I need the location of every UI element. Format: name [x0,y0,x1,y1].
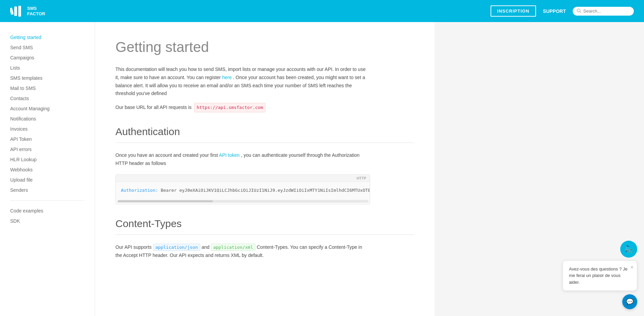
code-application-json: application/json [153,244,200,251]
auth-code-block: HTTP Authorization: Bearer eyJ0eXAiOiJKV… [115,174,370,205]
sidebar-item-contacts[interactable]: Contacts [10,96,29,101]
sidebar-item-lists[interactable]: Lists [10,65,20,71]
content-types-text: Our API supports application/json and ap… [115,243,370,260]
inscription-button[interactable]: INSCRIPTION [491,5,536,17]
logo[interactable]: SMS FACTOR [10,5,45,17]
chat-avatar-icon: 🧞 [625,245,633,253]
sidebar-item-code-examples[interactable]: Code examples [10,208,43,213]
svg-line-4 [580,12,581,13]
authentication-title: Authentication [115,126,414,137]
sidebar-nav: Getting startedSend SMSCampaignsListsSMS… [0,32,95,195]
code-value: Bearer eyJ0eXAiOiJKV1QiLCJhbGciOiJIUzI1N… [161,188,370,193]
auth-text-before: Once you have an account and created you… [115,152,218,158]
sidebar-item-account-managing[interactable]: Account Managing [10,106,50,111]
sidebar-item-hlr-lookup[interactable]: HLR Lookup [10,157,37,162]
search-input[interactable] [583,8,630,14]
sidebar-item-api-token[interactable]: API Token [10,136,32,142]
site-header: SMS FACTOR INSCRIPTION SUPPORT [0,0,644,22]
svg-rect-0 [10,7,14,15]
authentication-text: Once you have an account and created you… [115,151,370,168]
sidebar-item-send-sms[interactable]: Send SMS [10,45,33,50]
search-box [573,7,634,16]
chat-cta: 💬 [563,294,637,309]
svg-point-3 [577,9,580,12]
search-icon [577,8,581,14]
code-scrollbar[interactable] [117,200,368,203]
intro-here-link[interactable]: here [222,75,232,80]
sidebar-item-campaigns[interactable]: Campaigns [10,55,34,60]
sidebar-item-senders[interactable]: Senders [10,187,28,193]
sidebar-nav-section2: Code examplesSDK [0,206,95,226]
chat-open-button[interactable]: 💬 [622,294,637,309]
main-content: Getting started This documentation will … [95,22,435,316]
sidebar-divider [10,200,85,201]
intro-paragraph: This documentation will teach you how to… [115,66,370,98]
svg-rect-1 [14,6,17,16]
content-types-title: Content-Types [115,218,414,229]
sidebar: Getting startedSend SMSCampaignsListsSMS… [0,22,95,316]
sidebar-item-sms-templates[interactable]: SMS templates [10,75,42,81]
code-application-xml: application/xml [211,244,255,251]
chat-widget: 🧞 × Avez-vous des questions ? Je me fera… [563,241,637,310]
page-title: Getting started [115,39,414,55]
content-types-divider [115,235,414,235]
ct-text2: and [202,244,209,250]
sidebar-item-sdk[interactable]: SDK [10,218,20,224]
code-block-header: HTTP [116,175,370,182]
chat-avatar-container: 🧞 [563,241,637,258]
code-scrollbar-thumb [118,200,213,202]
sidebar-item-invoices[interactable]: Invoices [10,126,27,132]
base-url-prefix-text: Our base URL for all API requests is [115,104,191,112]
chat-bubble: × Avez-vous des questions ? Je me ferai … [563,260,637,291]
sidebar-item-notifications[interactable]: Notifications [10,116,36,122]
ct-text1: Our API supports [115,244,152,250]
code-key: Authorization: [121,188,158,193]
code-lang-label: HTTP [356,176,366,180]
svg-rect-2 [18,6,21,17]
sidebar-item-webhooks[interactable]: Webhooks [10,167,33,172]
page-wrapper: Getting startedSend SMSCampaignsListsSMS… [0,22,644,316]
chat-close-button[interactable]: × [630,263,633,272]
api-token-link[interactable]: API token [219,152,240,158]
sidebar-item-api-errors[interactable]: API errors [10,147,32,152]
sidebar-item-mail-to-sms[interactable]: Mail to SMS [10,86,36,91]
base-url-line: Our base URL for all API requests is htt… [115,103,414,112]
header-right: INSCRIPTION SUPPORT [491,5,634,17]
logo-icon [10,5,24,17]
sidebar-item-getting-started[interactable]: Getting started [10,35,41,40]
support-link[interactable]: SUPPORT [543,8,566,14]
sidebar-item-upload-file[interactable]: Upload file [10,177,33,183]
logo-text: SMS FACTOR [27,6,45,16]
chat-avatar: 🧞 [620,241,637,258]
authentication-divider [115,143,414,143]
base-url-code: https://api.smsfactor.com [194,103,265,112]
chat-button-icon: 💬 [626,298,633,305]
chat-message: Avez-vous des questions ? Je me ferai un… [569,266,627,285]
code-block-content: Authorization: Bearer eyJ0eXAiOiJKV1QiLC… [116,182,370,199]
